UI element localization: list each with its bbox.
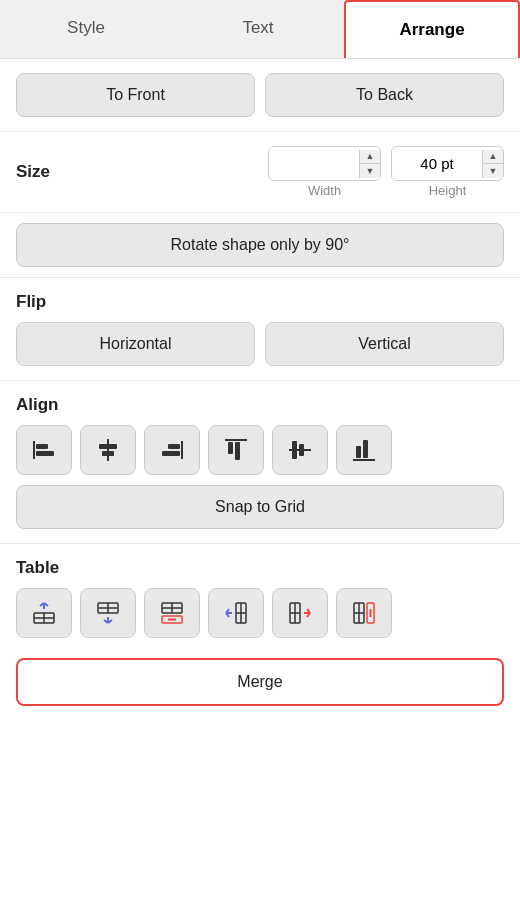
align-right-icon (158, 436, 186, 464)
height-up-button[interactable]: ▲ (483, 150, 503, 164)
delete-col-icon (350, 599, 378, 627)
width-up-button[interactable]: ▲ (360, 150, 380, 164)
size-label: Size (16, 162, 66, 182)
table-title: Table (16, 558, 504, 578)
svg-rect-1 (36, 444, 48, 449)
insert-col-left-button[interactable] (208, 588, 264, 638)
svg-rect-17 (363, 440, 368, 458)
snap-to-grid-button[interactable]: Snap to Grid (16, 485, 504, 529)
insert-row-below-button[interactable] (80, 588, 136, 638)
to-front-button[interactable]: To Front (16, 73, 255, 117)
svg-rect-6 (181, 441, 183, 459)
delete-row-button[interactable] (144, 588, 200, 638)
to-back-button[interactable]: To Back (265, 73, 504, 117)
svg-rect-14 (299, 444, 304, 456)
tab-text[interactable]: Text (172, 0, 344, 58)
insert-row-above-icon (30, 599, 58, 627)
flip-title: Flip (16, 292, 504, 312)
align-left-icon (30, 436, 58, 464)
align-section: Align (0, 381, 520, 544)
flip-section: Flip Horizontal Vertical (0, 278, 520, 381)
height-input-wrapper: ▲ ▼ (391, 146, 504, 181)
order-btn-row: To Front To Back (16, 73, 504, 117)
align-right-button[interactable] (144, 425, 200, 475)
merge-button[interactable]: Merge (16, 658, 504, 706)
width-input[interactable] (269, 147, 359, 180)
width-label: Width (308, 183, 341, 198)
flip-vertical-button[interactable]: Vertical (265, 322, 504, 366)
align-top-icon (222, 436, 250, 464)
height-input[interactable] (392, 147, 482, 180)
svg-rect-0 (33, 441, 35, 459)
svg-rect-10 (228, 442, 233, 454)
align-center-h-button[interactable] (80, 425, 136, 475)
height-spinner: ▲ ▼ (482, 150, 503, 178)
height-label: Height (429, 183, 467, 198)
svg-rect-7 (168, 444, 180, 449)
align-center-v-button[interactable] (272, 425, 328, 475)
align-top-button[interactable] (208, 425, 264, 475)
insert-col-left-icon (222, 599, 250, 627)
rotate-button[interactable]: Rotate shape only by 90° (16, 223, 504, 267)
align-center-h-icon (94, 436, 122, 464)
svg-rect-8 (162, 451, 180, 456)
table-grid (16, 588, 504, 638)
align-bottom-button[interactable] (336, 425, 392, 475)
svg-rect-3 (107, 439, 109, 461)
svg-rect-4 (99, 444, 117, 449)
tab-style[interactable]: Style (0, 0, 172, 58)
svg-rect-13 (292, 441, 297, 459)
rotate-section: Rotate shape only by 90° (0, 213, 520, 278)
flip-btn-row: Horizontal Vertical (16, 322, 504, 366)
width-down-button[interactable]: ▼ (360, 164, 380, 178)
insert-col-right-icon (286, 599, 314, 627)
insert-row-above-button[interactable] (16, 588, 72, 638)
height-down-button[interactable]: ▼ (483, 164, 503, 178)
align-left-button[interactable] (16, 425, 72, 475)
align-title: Align (16, 395, 504, 415)
size-inputs: ▲ ▼ Width ▲ ▼ Height (78, 146, 504, 198)
align-grid (16, 425, 504, 475)
align-bottom-icon (350, 436, 378, 464)
height-field: ▲ ▼ Height (391, 146, 504, 198)
svg-rect-9 (225, 439, 247, 441)
width-input-wrapper: ▲ ▼ (268, 146, 381, 181)
delete-row-icon (158, 599, 186, 627)
tab-arrange[interactable]: Arrange (344, 0, 520, 58)
svg-rect-15 (353, 459, 375, 461)
svg-rect-5 (102, 451, 114, 456)
table-section: Table (0, 544, 520, 720)
width-field: ▲ ▼ Width (268, 146, 381, 198)
tab-bar: Style Text Arrange (0, 0, 520, 59)
svg-rect-11 (235, 442, 240, 460)
width-spinner: ▲ ▼ (359, 150, 380, 178)
delete-col-button[interactable] (336, 588, 392, 638)
flip-horizontal-button[interactable]: Horizontal (16, 322, 255, 366)
svg-rect-16 (356, 446, 361, 458)
align-center-v-icon (286, 436, 314, 464)
insert-col-right-button[interactable] (272, 588, 328, 638)
svg-rect-2 (36, 451, 54, 456)
insert-row-below-icon (94, 599, 122, 627)
size-section: Size ▲ ▼ Width ▲ ▼ Height (0, 132, 520, 213)
order-section: To Front To Back (0, 59, 520, 132)
